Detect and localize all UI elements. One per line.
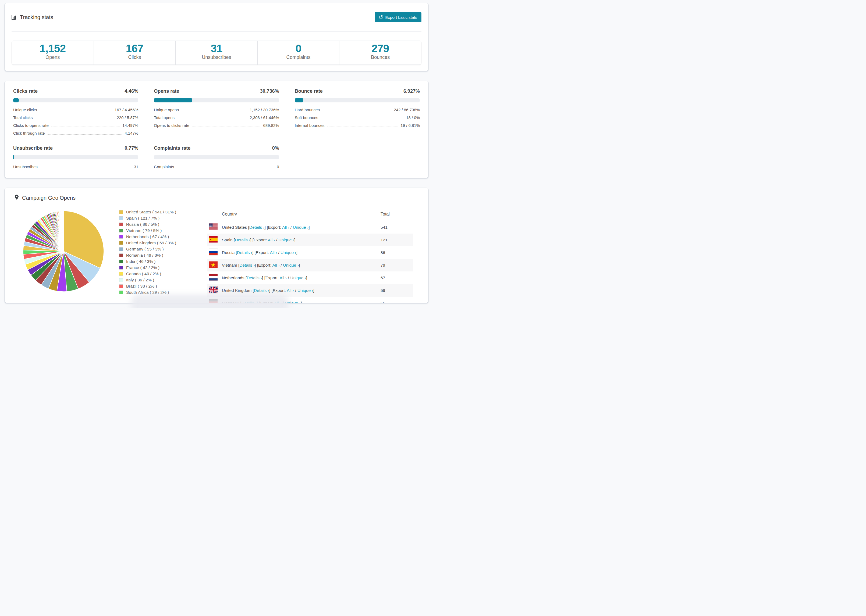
rate-rows: Unsubscribes 31	[13, 164, 138, 169]
stat-cell: 0 Complaints	[257, 41, 339, 64]
legend-item[interactable]: Spain ( 121 / 7% )	[119, 216, 205, 221]
country-total: 67	[378, 272, 413, 284]
details-link[interactable]: Details ›	[247, 275, 262, 280]
legend-item[interactable]: Italy ( 36 / 2% )	[119, 278, 205, 283]
country-total: 86	[378, 246, 413, 259]
details-link[interactable]: Details ›	[249, 225, 265, 229]
flag-cell	[207, 272, 220, 284]
legend-label: India ( 46 / 3% )	[126, 259, 156, 264]
rate-title: Clicks rate	[13, 88, 38, 94]
legend-swatch	[119, 241, 123, 245]
legend-item[interactable]: Brazil ( 33 / 2% )	[119, 284, 205, 289]
export-unique-link[interactable]: Unique ›	[280, 250, 296, 255]
country-cell: Russia [Details ›] [Export: All › / Uniq…	[220, 246, 378, 259]
rate-row: Opens to clicks rate 689.82%	[154, 123, 279, 128]
rate-row-label: Internal bounces	[295, 123, 324, 128]
table-header-row: Country Total	[207, 209, 413, 221]
rate-row-label: Unsubscribes	[13, 164, 38, 169]
legend-item[interactable]: United Kingdom ( 59 / 3% )	[119, 240, 205, 245]
legend-item[interactable]: Netherlands ( 67 / 4% )	[119, 234, 205, 239]
country-total: 79	[378, 259, 413, 272]
geo-pie-chart[interactable]	[22, 210, 105, 293]
legend-item[interactable]: India ( 46 / 3% )	[119, 259, 205, 264]
country-name: Russia	[222, 250, 235, 255]
dotted-leader	[47, 134, 122, 135]
rate-row-value: 242 / 86.738%	[394, 107, 420, 112]
stat-value: 1,152	[12, 42, 94, 55]
country-name: Vietnam	[222, 263, 237, 267]
dotted-leader	[177, 168, 274, 168]
rate-percentage: 4.46%	[124, 88, 138, 94]
rate-row: Total opens 2,303 / 61.446%	[154, 115, 279, 120]
legend-item[interactable]: Romania ( 49 / 3% )	[119, 253, 205, 258]
details-link[interactable]: Details ›	[254, 288, 269, 293]
rate-row-value: 1,152 / 30.736%	[250, 107, 279, 112]
legend-swatch	[119, 210, 123, 214]
export-prefix: Export:	[273, 288, 286, 293]
export-button-label: Export basic stats	[386, 15, 417, 20]
stat-value: 279	[339, 42, 421, 55]
legend-item[interactable]: France ( 42 / 2% )	[119, 265, 205, 270]
dotted-leader	[36, 119, 114, 119]
country-flag-icon	[209, 223, 217, 230]
country-cell: United States [Details ›] [Export: All ›…	[220, 221, 378, 234]
legend-item[interactable]: United States ( 541 / 31% )	[119, 210, 205, 214]
legend-label: Italy ( 36 / 2% )	[126, 278, 154, 283]
rate-rows: Unique opens 1,152 / 30.736% Total opens…	[154, 107, 279, 128]
export-prefix: Export:	[268, 225, 281, 229]
rate-percentage: 0%	[272, 145, 279, 151]
progress-bar-fill	[154, 98, 192, 102]
stats-strip: 1,152 Opens 167 Clicks 31 Unsubscribes 0…	[11, 41, 422, 65]
flag-cell	[207, 221, 220, 234]
legend-swatch	[119, 216, 123, 220]
rate-row-value: 167 / 4.456%	[115, 107, 138, 112]
rate-block: Opens rate 30.736% Unique opens 1,152 / …	[154, 88, 279, 136]
country-cell: Netherlands [Details ›] [Export: All › /…	[220, 272, 378, 284]
export-all-link[interactable]: All ›	[282, 225, 290, 229]
export-prefix: Export:	[256, 250, 269, 255]
export-all-link[interactable]: All ›	[270, 250, 277, 255]
export-unique-link[interactable]: Unique ›	[293, 225, 309, 229]
export-unique-link[interactable]: Unique ›	[279, 237, 294, 242]
country-flag-icon	[209, 286, 217, 293]
legend-item[interactable]: Russia ( 86 / 5% )	[119, 222, 205, 227]
tracking-stats-card: Tracking stats Export basic stats 1,152 …	[4, 3, 429, 71]
legend-item[interactable]: Germany ( 55 / 3% )	[119, 247, 205, 251]
export-unique-link[interactable]: Unique ›	[290, 275, 306, 280]
legend-item[interactable]: South Africa ( 29 / 2% )	[119, 290, 205, 295]
geo-legend: United States ( 541 / 31% ) Spain ( 121 …	[119, 210, 205, 303]
export-prefix: Export:	[265, 275, 279, 280]
progress-bar-fill	[13, 98, 19, 102]
export-icon	[379, 15, 383, 20]
stat-label: Clicks	[94, 55, 176, 60]
table-row: Vietnam [Details ›] [Export: All › / Uni…	[207, 259, 413, 272]
legend-label: Brazil ( 33 / 2% )	[126, 284, 157, 289]
progress-bar	[295, 98, 420, 102]
country-total: 59	[378, 284, 413, 297]
geo-content: United States ( 541 / 31% ) Spain ( 121 …	[5, 205, 428, 303]
rate-row-label: Total clicks	[13, 115, 33, 120]
legend-item[interactable]: Canada ( 40 / 2% )	[119, 272, 205, 276]
table-row: Spain [Details ›] [Export: All › / Uniqu…	[207, 234, 413, 246]
export-unique-link[interactable]: Unique ›	[283, 263, 299, 267]
rate-row-value: 4.147%	[124, 130, 138, 136]
geo-pie-wrap	[22, 210, 105, 303]
export-all-link[interactable]: All ›	[272, 263, 280, 267]
rate-row-value: 18 / 0%	[406, 115, 420, 120]
country-flag-icon	[209, 248, 217, 255]
country-total: 541	[378, 221, 413, 234]
export-all-link[interactable]: All ›	[280, 275, 287, 280]
rate-row: Hard bounces 242 / 86.738%	[295, 107, 420, 112]
rate-row-value: 19 / 6.81%	[400, 123, 420, 128]
export-unique-link[interactable]: Unique ›	[298, 288, 313, 293]
export-all-link[interactable]: All ›	[268, 237, 275, 242]
details-link[interactable]: Details ›	[239, 263, 255, 267]
export-all-link[interactable]: All ›	[287, 288, 294, 293]
page-title: Tracking stats	[20, 14, 53, 20]
legend-item[interactable]: Vietnam ( 79 / 5% )	[119, 228, 205, 233]
details-link[interactable]: Details ›	[237, 250, 252, 255]
rate-row: Total clicks 220 / 5.87%	[13, 115, 138, 120]
rate-rows: Unique clicks 167 / 4.456% Total clicks …	[13, 107, 138, 136]
details-link[interactable]: Details ›	[235, 237, 250, 242]
export-basic-stats-button[interactable]: Export basic stats	[375, 12, 422, 22]
